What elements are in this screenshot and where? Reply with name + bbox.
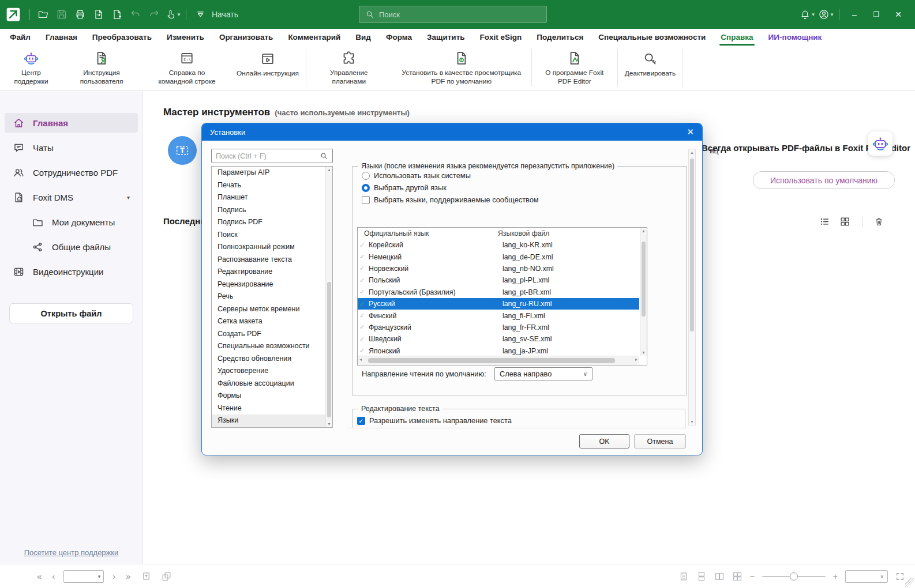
scroll-up-icon[interactable]: ▲ xyxy=(640,229,647,233)
ai-assistant-floating-button[interactable] xyxy=(868,131,892,156)
scroll-up-icon[interactable]: ▲ xyxy=(689,150,695,154)
resize-grip[interactable] xyxy=(905,578,914,587)
menu-item[interactable]: Файл xyxy=(2,29,38,46)
table-row[interactable]: ✓ Португальский (Бразилия) lang_pt-BR.xm… xyxy=(358,287,639,298)
dialog-titlebar[interactable]: Установки ✕ xyxy=(202,123,702,141)
global-search-input[interactable]: Поиск xyxy=(359,6,547,23)
table-scrollbar-horizontal[interactable]: ◂ ▸ xyxy=(358,356,639,365)
menu-item[interactable]: ИИ-помощник xyxy=(761,29,830,46)
ribbon-button[interactable]: Управление плагинами xyxy=(306,49,392,86)
ribbon-button[interactable]: Онлайн-инструкция xyxy=(230,49,306,86)
table-row[interactable]: ✓ Корейский lang_ko-KR.xml xyxy=(358,239,639,251)
zoom-in-button[interactable]: + xyxy=(833,572,838,581)
ribbon-button[interactable]: Деактивировать xyxy=(618,49,683,86)
maximize-button[interactable]: ❐ xyxy=(865,6,887,23)
menu-item[interactable]: Специальные возможности xyxy=(591,29,713,46)
chevron-down-icon[interactable]: ▾ xyxy=(127,194,130,201)
category-item[interactable]: Средство обновления xyxy=(212,353,332,365)
radio-use-system-language[interactable]: Использовать язык системы xyxy=(362,171,471,180)
page-number-input[interactable]: ▾ xyxy=(63,570,104,583)
table-row[interactable]: ✓ Финский lang_fi-FI.xml xyxy=(358,310,639,321)
snapshot-icon[interactable] xyxy=(141,571,152,582)
category-item[interactable]: Серверы меток времени xyxy=(212,303,332,316)
panel-scrollbar[interactable]: ▲ ▼ xyxy=(688,149,696,425)
table-scrollbar-vertical[interactable]: ▲ ▼ xyxy=(640,228,647,356)
continuous-facing-view-icon[interactable] xyxy=(732,571,742,582)
category-item[interactable]: Чтение xyxy=(212,402,332,415)
menu-item[interactable]: Комментарий xyxy=(280,29,348,46)
sidebar-item[interactable]: Foxit DMS ▾ xyxy=(5,187,138,207)
checkbox-community-languages[interactable]: Выбрать языки, поддерживаемые сообщество… xyxy=(362,195,539,204)
edit-text-tool-button[interactable] xyxy=(168,136,197,165)
dialog-close-icon[interactable]: ✕ xyxy=(687,127,694,137)
sidebar-item[interactable]: Мои документы xyxy=(5,212,138,232)
category-item[interactable]: Печать xyxy=(212,179,332,192)
previous-page-button[interactable]: ‹ xyxy=(52,571,55,581)
zoom-level-select[interactable]: ∨ xyxy=(845,570,888,583)
menu-item[interactable]: Изменить xyxy=(159,29,212,46)
scroll-down-icon[interactable]: ▼ xyxy=(689,420,695,424)
zoom-slider-thumb[interactable] xyxy=(790,572,798,581)
menu-item[interactable]: Поделиться xyxy=(529,29,591,46)
single-page-view-icon[interactable] xyxy=(678,571,689,582)
start-menu-button[interactable]: Начать xyxy=(195,9,238,20)
category-item[interactable]: Создать PDF xyxy=(212,328,332,341)
zoom-out-button[interactable]: − xyxy=(750,572,755,581)
copy-pages-icon[interactable] xyxy=(161,571,172,582)
category-item[interactable]: Редактирование xyxy=(212,266,332,278)
preferences-search-input[interactable]: Поиск (Ctrl + F) xyxy=(211,149,333,163)
menu-item[interactable]: Преобразовать xyxy=(85,29,159,46)
table-row[interactable]: ✓ Французский lang_fr-FR.xml xyxy=(358,322,639,333)
menu-item[interactable]: Организовать xyxy=(212,29,281,46)
last-page-button[interactable]: » xyxy=(126,571,130,581)
trash-icon[interactable] xyxy=(874,217,884,227)
support-center-link[interactable]: Посетите центр поддержки xyxy=(0,548,142,557)
close-button[interactable]: ✕ xyxy=(887,6,909,23)
category-item[interactable]: Рецензирование xyxy=(212,278,332,291)
menu-item[interactable]: Foxit eSign xyxy=(472,29,530,46)
category-item[interactable]: Параметры AIP xyxy=(212,167,332,179)
continuous-view-icon[interactable] xyxy=(696,571,707,582)
category-item[interactable]: Полноэкранный режим xyxy=(212,241,332,254)
ribbon-button[interactable]: Установить в качестве просмотрщика PDF п… xyxy=(392,49,532,86)
category-item[interactable]: Распознавание текста xyxy=(212,254,332,266)
category-item[interactable]: Поиск xyxy=(212,229,332,242)
category-item[interactable]: Файловые ассоциации xyxy=(212,378,332,390)
sidebar-item[interactable]: Видеоинструкции xyxy=(5,262,138,281)
category-list-scrollbar[interactable]: ▲ ▼ xyxy=(325,167,332,427)
table-row[interactable]: ✓ Русский lang_ru-RU.xml xyxy=(358,298,639,310)
fullscreen-icon[interactable] xyxy=(895,572,905,581)
category-item[interactable]: Планшет xyxy=(212,191,332,204)
list-view-icon[interactable] xyxy=(819,216,830,227)
table-row[interactable]: ✓ Немецкий lang_de-DE.xml xyxy=(358,251,639,262)
grid-view-icon[interactable] xyxy=(839,216,850,227)
category-item[interactable]: Формы xyxy=(212,390,332,402)
ribbon-button[interactable]: Центр поддержки xyxy=(3,49,59,86)
minimize-button[interactable]: – xyxy=(843,6,865,23)
ribbon-button[interactable]: О программе Foxit PDF Editor xyxy=(532,49,618,86)
category-item[interactable]: Речь xyxy=(212,291,332,303)
table-row[interactable]: ✓ Японский lang_ja-JP.xml xyxy=(358,345,639,357)
first-page-button[interactable]: « xyxy=(37,571,42,581)
reading-direction-select[interactable]: Слева направо ∨ xyxy=(494,367,592,380)
ok-button[interactable]: OK xyxy=(579,434,629,448)
app-logo-icon[interactable] xyxy=(6,7,21,22)
open-file-button[interactable]: Открыть файл xyxy=(9,303,133,323)
scroll-thumb[interactable] xyxy=(368,358,615,363)
facing-view-icon[interactable] xyxy=(714,571,725,582)
next-page-button[interactable]: › xyxy=(112,571,115,581)
category-item[interactable]: Подпись PDF xyxy=(212,216,332,229)
menu-item[interactable]: Форма xyxy=(378,29,419,46)
scroll-down-icon[interactable]: ▼ xyxy=(640,350,647,355)
table-row[interactable]: ✓ Польский lang_pl-PL.xml xyxy=(358,274,639,286)
menu-item[interactable]: Справка xyxy=(713,29,760,46)
scroll-up-icon[interactable]: ▲ xyxy=(326,168,332,172)
account-button[interactable]: ▾ xyxy=(816,6,835,23)
sidebar-item[interactable]: Главная xyxy=(5,113,138,133)
cancel-button[interactable]: Отмена xyxy=(634,434,686,448)
sidebar-item[interactable]: Сотрудничество PDF xyxy=(5,163,138,182)
category-item[interactable]: Сетка макета xyxy=(212,315,332,328)
category-item[interactable]: Языки xyxy=(212,414,332,427)
menu-item[interactable]: Защитить xyxy=(419,29,472,46)
table-row[interactable]: ✓ Шведский lang_sv-SE.xml xyxy=(358,333,639,345)
